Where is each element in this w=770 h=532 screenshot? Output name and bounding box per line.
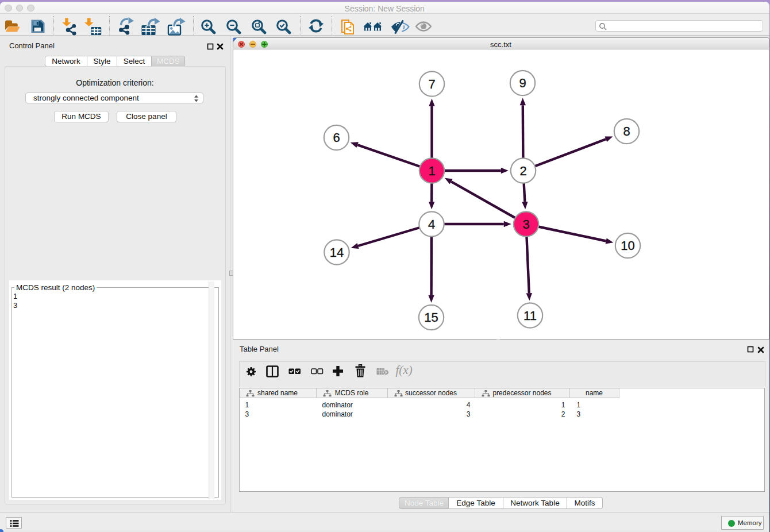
svg-text:4: 4: [428, 217, 434, 232]
svg-text:6: 6: [333, 130, 340, 145]
svg-text:8: 8: [623, 124, 630, 138]
svg-text:14: 14: [329, 245, 343, 260]
svg-text:3: 3: [522, 217, 529, 232]
svg-text:9: 9: [519, 76, 526, 90]
svg-text:11: 11: [523, 309, 537, 323]
svg-text:7: 7: [428, 77, 435, 91]
svg-text:10: 10: [621, 238, 634, 253]
svg-text:2: 2: [519, 164, 526, 178]
svg-text:1: 1: [428, 164, 435, 178]
svg-text:15: 15: [424, 310, 438, 325]
